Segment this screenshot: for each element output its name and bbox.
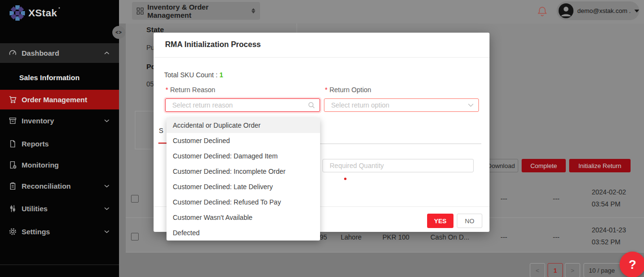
row-cell: --- bbox=[501, 195, 507, 203]
row-cell-date: 2024-02-02 bbox=[592, 188, 626, 196]
avatar bbox=[559, 3, 573, 18]
dropdown-option[interactable]: Customer Declined bbox=[167, 133, 320, 148]
pagination-prev-button[interactable]: < bbox=[530, 263, 545, 277]
sidebar-item-reconciliation[interactable]: Reconciliation bbox=[0, 176, 119, 196]
required-asterisk: * bbox=[166, 86, 168, 94]
return-reason-select[interactable]: Select return reason bbox=[165, 98, 320, 112]
logo-trademark-dot bbox=[59, 7, 60, 9]
user-menu[interactable]: demo@xstak.com . bbox=[557, 1, 639, 20]
row-checkbox[interactable] bbox=[131, 195, 139, 203]
sidebar-item-settings[interactable]: Settings bbox=[0, 222, 119, 241]
sidebar: XStak Dashboard Sales Information bbox=[0, 0, 119, 277]
app-selector-label: Inventory & Order Management bbox=[147, 3, 247, 19]
gauge-icon bbox=[9, 49, 17, 57]
app-selector[interactable]: Inventory & Order Management bbox=[132, 2, 260, 20]
search-icon bbox=[308, 102, 315, 108]
logo: XStak bbox=[10, 5, 60, 21]
dropdown-option[interactable]: Customer Declined: Refused To Pay bbox=[167, 194, 320, 210]
sliders-icon bbox=[9, 205, 17, 213]
return-reason-dropdown: Accidental or Duplicate Order Customer D… bbox=[167, 118, 320, 241]
sidebar-item-dashboard[interactable]: Dashboard bbox=[0, 43, 119, 63]
row-cell-city: Lahore bbox=[341, 233, 362, 241]
sidebar-divider bbox=[0, 265, 119, 265]
row-checkbox[interactable] bbox=[131, 233, 139, 241]
chevron-up-icon bbox=[104, 51, 109, 55]
topbar: Inventory & Order Management demo@xstak.… bbox=[119, 0, 644, 24]
xstak-logo-icon bbox=[10, 5, 25, 21]
return-reason-label: *Return Reason bbox=[166, 86, 215, 94]
sidebar-collapse-button[interactable]: <> bbox=[112, 26, 125, 39]
dropdown-option[interactable]: Customer Wasn't Available bbox=[167, 210, 320, 225]
tab-label-fragment[interactable]: S bbox=[159, 127, 163, 134]
return-option-label: *Return Option bbox=[325, 86, 371, 94]
bg-po-value: 05 bbox=[146, 80, 154, 88]
notification-bell-icon[interactable] bbox=[537, 6, 547, 17]
row-cell-amount: PKR 100 bbox=[382, 233, 409, 241]
store-box-icon bbox=[9, 117, 17, 125]
yes-button[interactable]: YES bbox=[427, 214, 453, 228]
sku-count-line: Total SKU Count : 1 bbox=[164, 71, 223, 79]
sidebar-item-sales-information[interactable]: Sales Information bbox=[0, 68, 119, 87]
caret-down-icon bbox=[634, 10, 639, 12]
row-cell-time: 03:54 PM bbox=[592, 200, 620, 208]
chevron-down-icon bbox=[104, 230, 109, 233]
sidebar-item-utilities[interactable]: Utilities bbox=[0, 199, 119, 218]
user-email: demo@xstak.com . bbox=[577, 7, 631, 14]
cart-icon bbox=[9, 96, 17, 104]
sidebar-item-monitoring[interactable]: Monitoring bbox=[0, 155, 119, 175]
initialize-return-button[interactable]: Initialize Return bbox=[569, 159, 631, 172]
no-button[interactable]: NO bbox=[457, 214, 482, 228]
help-button[interactable]: ? bbox=[620, 252, 644, 277]
logo-text: XStak bbox=[28, 7, 57, 19]
updown-arrows-icon bbox=[251, 8, 255, 13]
return-option-select[interactable]: Select return option bbox=[324, 98, 479, 112]
required-dot bbox=[344, 178, 346, 180]
sku-count-value: 1 bbox=[219, 71, 223, 79]
row-cell-payment: Cash On D... bbox=[430, 233, 469, 241]
chevron-down-icon bbox=[104, 184, 109, 188]
dropdown-option[interactable]: Defected bbox=[167, 225, 320, 241]
chevron-down-icon bbox=[104, 207, 109, 210]
row-cell: --- bbox=[553, 195, 560, 203]
required-asterisk: * bbox=[325, 86, 327, 94]
complete-button[interactable]: Complete bbox=[522, 159, 566, 172]
row-cell-time: 03:52 PM bbox=[592, 238, 620, 246]
return-option-placeholder: Select return option bbox=[331, 101, 468, 109]
row-cell: --- bbox=[501, 233, 507, 241]
row-cell-id: 95 bbox=[320, 233, 327, 241]
required-quantity-input[interactable]: Required Quantity bbox=[322, 159, 474, 172]
row-cell-date: 2024-01-23 bbox=[592, 226, 626, 234]
chevron-down-icon bbox=[104, 119, 109, 122]
chevron-down-icon bbox=[468, 103, 474, 107]
required-quantity-placeholder: Required Quantity bbox=[330, 162, 384, 169]
dropdown-option[interactable]: Customer Declined: Late Delivery bbox=[167, 179, 320, 194]
pagination-next-button[interactable]: > bbox=[565, 263, 580, 277]
sku-count-label: Total SKU Count : bbox=[164, 71, 219, 79]
file-icon bbox=[9, 140, 17, 148]
dropdown-option[interactable]: Customer Declined: Incomplete Order bbox=[167, 164, 320, 179]
sidebar-item-inventory[interactable]: Inventory bbox=[0, 111, 119, 131]
modal-header: RMA Initialization Process bbox=[154, 33, 489, 58]
apps-grid-icon bbox=[137, 8, 143, 14]
dropdown-option[interactable]: Accidental or Duplicate Order bbox=[167, 118, 320, 133]
row-cell: --- bbox=[553, 233, 560, 241]
file-sync-icon bbox=[9, 161, 17, 169]
app-root: Inventory & Order Management demo@xstak.… bbox=[0, 0, 644, 277]
clipboard-icon bbox=[9, 182, 17, 190]
modal-title: RMA Initialization Process bbox=[165, 40, 261, 49]
return-reason-placeholder: Select return reason bbox=[172, 101, 308, 109]
pagination-page-1[interactable]: 1 bbox=[548, 263, 563, 277]
dropdown-option[interactable]: Customer Declined: Damaged Item bbox=[167, 148, 320, 164]
sidebar-item-reports[interactable]: Reports bbox=[0, 134, 119, 154]
sidebar-item-order-management[interactable]: Order Management bbox=[0, 90, 119, 109]
gear-icon bbox=[9, 228, 17, 236]
